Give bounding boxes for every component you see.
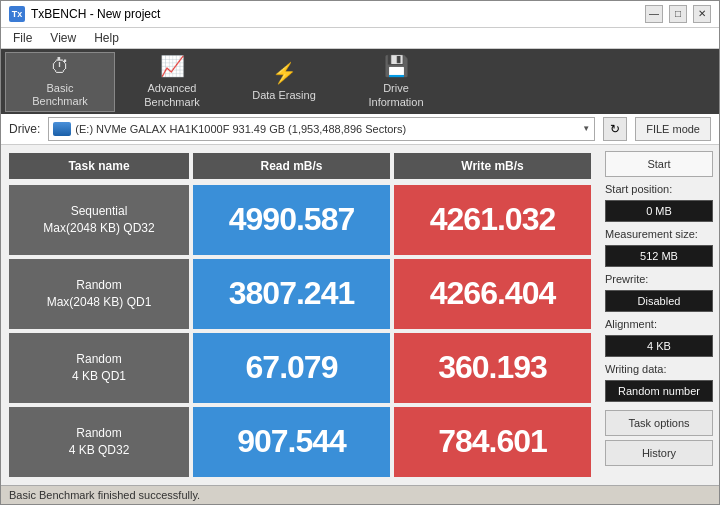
- drive-text: (E:) NVMe GALAX HA1K1000F 931.49 GB (1,9…: [75, 123, 406, 135]
- advanced-benchmark-icon: 📈: [160, 54, 185, 78]
- file-mode-button[interactable]: FILE mode: [635, 117, 711, 141]
- table-row: Random 4 KB QD1 67.079 360.193: [9, 333, 591, 403]
- basic-benchmark-icon: ⏱: [50, 55, 70, 78]
- menu-help[interactable]: Help: [86, 29, 127, 47]
- toolbar: ⏱ BasicBenchmark 📈 AdvancedBenchmark ⚡ D…: [1, 49, 719, 114]
- prewrite-label: Prewrite:: [605, 273, 713, 285]
- table-header: Task name Read mB/s Write mB/s: [9, 153, 591, 179]
- alignment-label: Alignment:: [605, 318, 713, 330]
- row-read-sequential-qd32: 4990.587: [193, 185, 390, 255]
- status-bar: Basic Benchmark finished successfully.: [1, 485, 719, 504]
- prewrite-value: Disabled: [605, 290, 713, 312]
- row-write-sequential-qd32: 4261.032: [394, 185, 591, 255]
- header-read: Read mB/s: [193, 153, 390, 179]
- menu-bar: File View Help: [1, 28, 719, 49]
- table-row: Random Max(2048 KB) QD1 3807.241 4266.40…: [9, 259, 591, 329]
- table-row: Random 4 KB QD32 907.544 784.601: [9, 407, 591, 477]
- writing-data-value: Random number: [605, 380, 713, 402]
- table-row: Sequential Max(2048 KB) QD32 4990.587 42…: [9, 185, 591, 255]
- toolbar-basic-benchmark[interactable]: ⏱ BasicBenchmark: [5, 52, 115, 112]
- history-button[interactable]: History: [605, 440, 713, 466]
- chevron-down-icon: ▼: [582, 124, 590, 133]
- menu-view[interactable]: View: [42, 29, 84, 47]
- row-read-random-max-qd1: 3807.241: [193, 259, 390, 329]
- sidebar: Start Start position: 0 MB Measurement s…: [599, 145, 719, 485]
- start-position-value: 0 MB: [605, 200, 713, 222]
- alignment-value: 4 KB: [605, 335, 713, 357]
- toolbar-data-erasing[interactable]: ⚡ Data Erasing: [229, 52, 339, 112]
- toolbar-erasing-label: Data Erasing: [252, 89, 316, 102]
- toolbar-drive-label: DriveInformation: [368, 82, 423, 108]
- main-window: Tx TxBENCH - New project — □ ✕ File View…: [0, 0, 720, 505]
- app-icon: Tx: [9, 6, 25, 22]
- start-button[interactable]: Start: [605, 151, 713, 177]
- measurement-size-label: Measurement size:: [605, 228, 713, 240]
- data-erasing-icon: ⚡: [272, 61, 297, 85]
- row-label-random-4kb-qd1: Random 4 KB QD1: [9, 333, 189, 403]
- close-button[interactable]: ✕: [693, 5, 711, 23]
- title-buttons: — □ ✕: [645, 5, 711, 23]
- toolbar-drive-information[interactable]: 💾 DriveInformation: [341, 52, 451, 112]
- drive-refresh-button[interactable]: ↻: [603, 117, 627, 141]
- writing-data-label: Writing data:: [605, 363, 713, 375]
- minimize-button[interactable]: —: [645, 5, 663, 23]
- title-bar: Tx TxBENCH - New project — □ ✕: [1, 1, 719, 28]
- window-title: TxBENCH - New project: [31, 7, 160, 21]
- row-read-random-4kb-qd32: 907.544: [193, 407, 390, 477]
- toolbar-advanced-label: AdvancedBenchmark: [144, 82, 200, 108]
- row-write-random-4kb-qd32: 784.601: [394, 407, 591, 477]
- drive-disk-icon: [53, 122, 71, 136]
- toolbar-advanced-benchmark[interactable]: 📈 AdvancedBenchmark: [117, 52, 227, 112]
- toolbar-basic-label: BasicBenchmark: [32, 82, 88, 108]
- menu-file[interactable]: File: [5, 29, 40, 47]
- row-read-random-4kb-qd1: 67.079: [193, 333, 390, 403]
- task-options-button[interactable]: Task options: [605, 410, 713, 436]
- row-label-sequential-qd32: Sequential Max(2048 KB) QD32: [9, 185, 189, 255]
- drive-bar: Drive: (E:) NVMe GALAX HA1K1000F 931.49 …: [1, 114, 719, 145]
- row-write-random-max-qd1: 4266.404: [394, 259, 591, 329]
- maximize-button[interactable]: □: [669, 5, 687, 23]
- header-write: Write mB/s: [394, 153, 591, 179]
- row-label-random-4kb-qd32: Random 4 KB QD32: [9, 407, 189, 477]
- drive-label: Drive:: [9, 122, 40, 136]
- row-write-random-4kb-qd1: 360.193: [394, 333, 591, 403]
- benchmark-table: Task name Read mB/s Write mB/s Sequentia…: [1, 145, 599, 485]
- measurement-size-value: 512 MB: [605, 245, 713, 267]
- header-task-name: Task name: [9, 153, 189, 179]
- title-left: Tx TxBENCH - New project: [9, 6, 160, 22]
- row-label-random-max-qd1: Random Max(2048 KB) QD1: [9, 259, 189, 329]
- drive-information-icon: 💾: [384, 54, 409, 78]
- start-position-label: Start position:: [605, 183, 713, 195]
- drive-select[interactable]: (E:) NVMe GALAX HA1K1000F 931.49 GB (1,9…: [48, 117, 595, 141]
- main-content: Task name Read mB/s Write mB/s Sequentia…: [1, 145, 719, 485]
- status-text: Basic Benchmark finished successfully.: [9, 489, 200, 501]
